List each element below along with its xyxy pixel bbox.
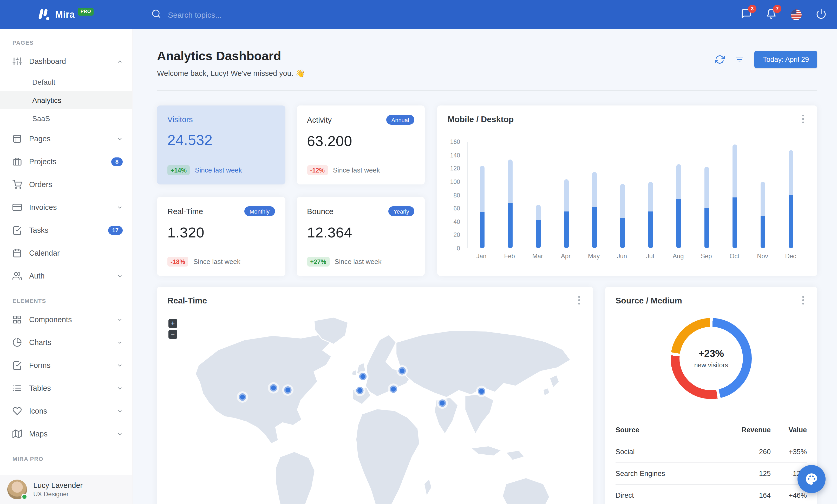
map-visitor-marker[interactable] xyxy=(357,371,369,382)
navbar-actions: 3 7 xyxy=(741,8,837,21)
brand[interactable]: Mira PRO xyxy=(0,8,132,21)
bar-jul xyxy=(636,142,664,248)
sidebar-item-components[interactable]: Components xyxy=(0,308,132,331)
map-visitor-marker[interactable] xyxy=(354,385,366,396)
search-input[interactable] xyxy=(168,10,282,19)
map-zoom-out-button[interactable]: − xyxy=(168,330,177,339)
sidebar-item-pages[interactable]: Pages xyxy=(0,127,132,150)
sidebar-item-label: Tables xyxy=(29,384,110,392)
sidebar-item-saas[interactable]: SaaS xyxy=(0,109,132,127)
bar-aug xyxy=(664,142,693,248)
map-visitor-marker[interactable] xyxy=(282,384,294,396)
language-flag-us[interactable] xyxy=(791,9,802,20)
source-medium-donut-chart: +23% new visitors xyxy=(671,318,752,399)
map-visitor-marker[interactable] xyxy=(476,386,487,397)
sidebar-item-maps[interactable]: Maps xyxy=(0,423,132,445)
sidebar-item-orders[interactable]: Orders xyxy=(0,173,132,196)
navbar-search xyxy=(151,8,282,20)
source-cell: Social xyxy=(616,441,713,463)
sidebar-item-label: SaaS xyxy=(32,114,123,123)
palette-icon xyxy=(805,472,818,486)
sidebar-item-dashboard[interactable]: Dashboard xyxy=(0,50,132,73)
sidebar-item-projects[interactable]: Projects8 xyxy=(0,150,132,173)
sidebar-item-charts[interactable]: Charts xyxy=(0,331,132,354)
bar-nov xyxy=(749,142,777,248)
map-visitor-marker[interactable] xyxy=(396,365,408,377)
map-visitor-marker[interactable] xyxy=(388,384,399,395)
x-tick-label: Mar xyxy=(523,253,552,260)
user-footer[interactable]: Lucy Lavender UX Designer xyxy=(0,475,132,504)
panel-menu-kebab-icon[interactable] xyxy=(574,295,584,305)
layout-icon xyxy=(13,134,22,144)
messages-button[interactable]: 3 xyxy=(741,8,752,21)
value-cell: +35% xyxy=(771,441,807,463)
delta-badge: -12% xyxy=(307,165,328,175)
period-badge[interactable]: Annual xyxy=(386,115,414,125)
donut-center-value: +23% xyxy=(698,348,724,359)
stat-caption: Since last week xyxy=(195,166,242,174)
sidebar-item-icons[interactable]: Icons xyxy=(0,399,132,423)
grid-icon xyxy=(13,315,22,324)
table-row: Search Engines125-12% xyxy=(616,463,807,485)
panel-title: Source / Medium xyxy=(616,296,807,305)
stat-caption: Since last week xyxy=(335,258,381,265)
stat-cards: Visitors24.532+14%Since last weekActivit… xyxy=(157,106,425,276)
sidebar-item-tasks[interactable]: Tasks17 xyxy=(0,219,132,242)
realtime-map-panel: Real-Time + − xyxy=(157,287,593,504)
stat-value: 12.364 xyxy=(307,224,414,241)
map-visitor-marker[interactable] xyxy=(237,391,248,403)
count-badge: 8 xyxy=(111,157,123,166)
world-map[interactable]: + − xyxy=(157,313,593,504)
sidebar-item-label: Orders xyxy=(29,180,123,189)
filter-button[interactable] xyxy=(735,55,745,64)
bar-feb xyxy=(496,142,524,248)
map-visitor-marker[interactable] xyxy=(437,397,448,409)
chevron-down-icon xyxy=(117,136,123,142)
sidebar-item-forms[interactable]: Forms xyxy=(0,354,132,377)
x-tick-label: May xyxy=(580,253,608,260)
notifications-button[interactable]: 7 xyxy=(766,8,777,21)
page-title: Analytics Dashboard xyxy=(157,49,305,63)
table-row: Social260+35% xyxy=(616,441,807,463)
sign-out-button[interactable] xyxy=(816,8,826,21)
source-cell: Direct xyxy=(616,485,713,504)
period-badge[interactable]: Yearly xyxy=(388,206,414,216)
x-tick-label: Oct xyxy=(720,253,748,260)
sidebar-item-tables[interactable]: Tables xyxy=(0,377,132,399)
sidebar-item-invoices[interactable]: Invoices xyxy=(0,196,132,219)
sidebar-item-calendar[interactable]: Calendar xyxy=(0,242,132,264)
sidebar-item-default[interactable]: Default xyxy=(0,73,132,91)
bar-jun xyxy=(608,142,636,248)
search-icon xyxy=(151,8,161,20)
stat-caption: Since last week xyxy=(333,166,380,174)
table-column-header: Value xyxy=(771,421,807,441)
stat-title: Real-Time xyxy=(167,207,203,216)
table-row: Direct164+46% xyxy=(616,485,807,504)
map-visitor-marker[interactable] xyxy=(268,382,279,394)
period-badge[interactable]: Monthly xyxy=(244,206,275,216)
panel-menu-kebab-icon[interactable] xyxy=(799,295,808,305)
delta-badge: +27% xyxy=(307,257,330,266)
chevron-down-icon xyxy=(117,385,123,391)
bar-mar xyxy=(524,142,552,248)
sidebar-item-label: Pages xyxy=(29,135,110,143)
x-tick-label: Feb xyxy=(496,253,523,260)
chevron-up-icon xyxy=(117,58,123,64)
stat-card-activity: ActivityAnnual63.200-12%Since last week xyxy=(297,106,425,184)
sidebar-item-label: Dashboard xyxy=(29,57,110,66)
sidebar-item-label: Maps xyxy=(29,430,110,438)
sidebar-item-auth[interactable]: Auth xyxy=(0,264,132,287)
theme-settings-fab[interactable] xyxy=(798,465,825,493)
mobile-desktop-panel: Mobile / Desktop 020406080100120140160 J… xyxy=(437,106,817,276)
today-date-button[interactable]: Today: April 29 xyxy=(754,51,817,68)
stat-card-real-time: Real-TimeMonthly1.320-18%Since last week xyxy=(157,197,285,276)
sidebar-item-analytics[interactable]: Analytics xyxy=(0,91,132,109)
credit-card-icon xyxy=(13,203,22,212)
panel-menu-kebab-icon[interactable] xyxy=(799,114,808,124)
map-zoom-controls: + − xyxy=(168,319,177,339)
chevron-down-icon xyxy=(117,204,123,210)
x-axis-labels: JanFebMarAprMayJunJulAugSepOctNovDec xyxy=(467,253,805,260)
bar-dec xyxy=(777,142,805,248)
map-zoom-in-button[interactable]: + xyxy=(168,319,177,328)
refresh-button[interactable] xyxy=(715,55,725,64)
